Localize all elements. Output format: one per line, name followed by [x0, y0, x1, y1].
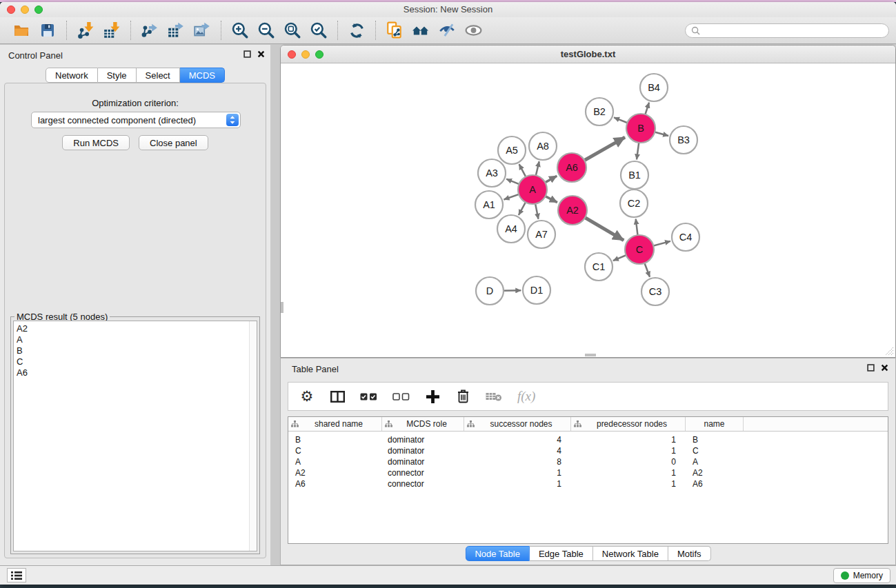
show-column-button[interactable] — [330, 391, 345, 403]
cell-mcds-role[interactable]: connector — [382, 468, 464, 478]
delete-table-button[interactable] — [486, 392, 502, 402]
cell-predecessor-nodes[interactable]: 0 — [571, 457, 686, 467]
close-panel-button[interactable]: Close panel — [139, 135, 208, 150]
column-header[interactable]: MCDS role — [382, 417, 464, 431]
attribute-tree-icon — [467, 420, 475, 427]
tab-network-table[interactable]: Network Table — [593, 546, 668, 561]
tab-style[interactable]: Style — [98, 68, 137, 83]
network-view-window: testGlobe.txt B4B2BB3A5A8A6A3B1AA1C2A2A4… — [280, 45, 896, 358]
cell-predecessor-nodes[interactable]: 1 — [571, 479, 686, 489]
unselect-all-button[interactable] — [392, 393, 410, 401]
zoom-fit-button[interactable] — [279, 19, 306, 41]
column-header[interactable]: predecessor nodes — [571, 417, 686, 431]
tab-edge-table[interactable]: Edge Table — [530, 546, 593, 561]
tab-node-table[interactable]: Node Table — [465, 546, 530, 561]
cell-successor-nodes[interactable]: 1 — [464, 468, 571, 478]
cell-predecessor-nodes[interactable]: 1 — [571, 446, 686, 456]
table-row[interactable]: B dominator 4 1 B — [288, 434, 888, 445]
search-input[interactable] — [685, 23, 889, 38]
cell-shared-name[interactable]: A — [288, 457, 382, 467]
save-session-button[interactable] — [34, 19, 61, 41]
show-all-button[interactable] — [460, 19, 486, 41]
delete-row-button[interactable] — [455, 389, 470, 403]
export-network-button[interactable] — [137, 19, 163, 41]
vertical-scrollbar-thumb[interactable] — [281, 302, 283, 313]
tab-motifs[interactable]: Motifs — [668, 546, 711, 561]
first-neighbors-button[interactable] — [408, 19, 434, 41]
table-settings-button[interactable]: ⚙ — [299, 389, 315, 403]
table-row[interactable]: A2 connector 1 1 A2 — [288, 467, 888, 478]
memory-label: Memory — [853, 571, 883, 580]
cell-name[interactable]: C — [686, 446, 744, 456]
apply-layout-button[interactable] — [344, 19, 370, 41]
list-item[interactable]: A6 — [14, 367, 257, 378]
float-panel-icon[interactable] — [243, 50, 251, 58]
cell-shared-name[interactable]: B — [288, 435, 382, 445]
zoom-selected-button[interactable] — [306, 19, 332, 41]
graph-node-label: A5 — [506, 145, 518, 156]
mcds-result-list[interactable]: A2 A B C A6 — [13, 321, 257, 551]
column-header[interactable]: name — [686, 417, 744, 431]
save-floppy-icon — [39, 22, 56, 39]
tab-mcds[interactable]: MCDS — [180, 68, 225, 83]
cell-shared-name[interactable]: A2 — [288, 468, 382, 478]
column-header[interactable]: successor nodes — [464, 417, 571, 431]
cell-successor-nodes[interactable]: 4 — [464, 435, 571, 445]
cell-predecessor-nodes[interactable]: 1 — [571, 435, 686, 445]
open-session-button[interactable] — [8, 19, 34, 41]
run-mcds-button[interactable]: Run MCDS — [62, 135, 130, 150]
search-field[interactable] — [700, 26, 888, 37]
tab-select[interactable]: Select — [137, 68, 180, 83]
new-network-from-selection-button[interactable] — [381, 19, 408, 41]
table-row[interactable]: C dominator 4 1 C — [288, 445, 888, 456]
cell-predecessor-nodes[interactable]: 1 — [571, 468, 686, 478]
network-window-titlebar[interactable]: testGlobe.txt — [281, 45, 895, 63]
eye-slash-icon — [438, 21, 456, 39]
export-image-button[interactable] — [189, 19, 215, 41]
cell-name[interactable]: A — [686, 457, 744, 467]
task-history-button[interactable] — [7, 568, 26, 582]
close-table-panel-icon[interactable] — [881, 364, 888, 372]
list-item[interactable]: A2 — [14, 323, 257, 334]
function-builder-button[interactable]: f(x) — [517, 389, 535, 404]
optimization-criterion-dropdown[interactable]: largest connected component (directed) — [31, 112, 241, 128]
horizontal-scrollbar-thumb[interactable] — [585, 354, 596, 356]
memory-button[interactable]: Memory — [833, 568, 890, 583]
cell-successor-nodes[interactable]: 1 — [464, 479, 571, 489]
import-table-button[interactable] — [99, 19, 125, 41]
title-bar[interactable]: Session: New Session — [0, 2, 896, 17]
list-item[interactable]: C — [14, 356, 257, 367]
export-table-button[interactable] — [163, 19, 189, 41]
toolbar-separator — [66, 21, 67, 40]
float-table-panel-icon[interactable] — [867, 364, 875, 372]
cell-successor-nodes[interactable]: 4 — [464, 446, 571, 456]
close-panel-icon[interactable] — [257, 50, 265, 58]
list-item[interactable]: B — [14, 345, 257, 356]
cell-name[interactable]: B — [686, 435, 744, 445]
cell-shared-name[interactable]: C — [288, 446, 382, 456]
cell-name[interactable]: A2 — [686, 468, 744, 478]
column-header-label: successor nodes — [475, 419, 568, 429]
import-network-button[interactable] — [72, 19, 99, 41]
add-row-button[interactable] — [425, 390, 440, 403]
cell-shared-name[interactable]: A6 — [288, 479, 382, 489]
zoom-out-button[interactable] — [253, 19, 279, 41]
cell-name[interactable]: A6 — [686, 479, 744, 489]
column-header[interactable]: shared name — [288, 417, 382, 431]
cell-mcds-role[interactable]: connector — [382, 479, 464, 489]
select-all-button[interactable] — [360, 393, 377, 401]
network-canvas[interactable]: B4B2BB3A5A8A6A3B1AA1C2A2A4A7C4CC1C3DD1 — [281, 64, 895, 357]
dropdown-stepper-icon — [226, 114, 239, 126]
table-row[interactable]: A6 connector 1 1 A6 — [288, 478, 888, 489]
cell-mcds-role[interactable]: dominator — [382, 457, 464, 467]
cell-mcds-role[interactable]: dominator — [382, 435, 464, 445]
zoom-in-button[interactable] — [227, 19, 253, 41]
hide-selected-button[interactable] — [434, 19, 460, 41]
table-row[interactable]: A dominator 8 0 A — [288, 456, 888, 467]
tab-network[interactable]: Network — [46, 68, 98, 83]
list-scrollbar[interactable] — [249, 321, 257, 551]
resize-grip-icon[interactable] — [885, 347, 894, 356]
list-item[interactable]: A — [14, 334, 257, 345]
cell-mcds-role[interactable]: dominator — [382, 446, 464, 456]
cell-successor-nodes[interactable]: 8 — [464, 457, 571, 467]
